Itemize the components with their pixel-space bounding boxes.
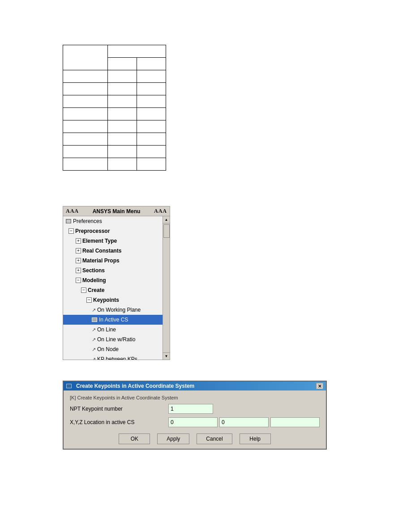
help-button[interactable]: Help [240, 433, 271, 444]
menu-item-label: Real Constants [82, 247, 121, 255]
table-cell [63, 146, 108, 158]
menu-item-label: Create [88, 286, 104, 294]
dialog-xyz-row: X,Y,Z Location in active CS [70, 417, 320, 427]
menu-item-label: Preferences [73, 217, 102, 225]
menu-header: AAA ANSYS Main Menu AAA [63, 206, 170, 216]
grid-table-section [63, 45, 166, 171]
table-cell [137, 108, 166, 120]
menu-item-label: On Working Plane [97, 306, 141, 314]
menu-item-kp-between-kps[interactable]: ↗ KP between KPs [63, 354, 170, 360]
table-cell [108, 58, 137, 70]
table-cell [63, 120, 108, 133]
table-cell [108, 45, 166, 58]
data-table [63, 45, 166, 171]
table-cell [108, 95, 137, 108]
table-cell [137, 120, 166, 133]
table-cell [63, 45, 108, 70]
table-cell [137, 83, 166, 95]
dialog-title-text: Create Keypoints in Active Coordinate Sy… [76, 383, 194, 389]
menu-item-on-line[interactable]: ↗ On Line [63, 325, 170, 335]
menu-item-create[interactable]: − Create [63, 285, 170, 295]
menu-item-preprocessor[interactable]: − Preprocessor [63, 226, 170, 236]
expand-icon: + [76, 248, 81, 253]
collapse-icon: − [68, 228, 74, 234]
arrow-icon: ↗ [92, 356, 96, 360]
table-cell [63, 133, 108, 146]
table-cell [108, 70, 137, 83]
menu-item-label: On Line [97, 326, 116, 334]
menu-scrollbar[interactable]: ▲ ▼ [163, 216, 170, 360]
collapse-icon: − [81, 287, 86, 293]
menu-item-preferences[interactable]: Preferences [63, 216, 170, 226]
y-input[interactable] [219, 417, 269, 427]
table-cell [137, 146, 166, 158]
menu-item-on-working-plane[interactable]: ↗ On Working Plane [63, 305, 170, 315]
table-cell [108, 83, 137, 95]
table-cell [108, 108, 137, 120]
menu-item-label: On Node [97, 345, 119, 353]
expand-icon: + [76, 258, 81, 263]
xyz-label: X,Y,Z Location in active CS [70, 419, 168, 425]
arrow-icon: ↗ [92, 306, 96, 314]
menu-item-in-active-cs[interactable]: In Active CS [63, 315, 170, 325]
collapse-icon: − [86, 297, 92, 303]
menu-title: ANSYS Main Menu [93, 208, 141, 215]
arrow-icon: ↗ [92, 336, 96, 343]
table-cell [108, 146, 137, 158]
menu-item-label: Material Props [82, 257, 120, 265]
table-cell [63, 108, 108, 120]
dialog-cmd-label: [K] Create Keypoints in Active Coordinat… [70, 395, 320, 400]
menu-item-element-type[interactable]: + Element Type [63, 236, 170, 246]
scrollbar-up-button[interactable]: ▲ [163, 216, 170, 223]
menu-item-on-node[interactable]: ↗ On Node [63, 344, 170, 354]
menu-header-left-aaa: AAA [66, 208, 79, 215]
dialog-titlebar: Create Keypoints in Active Coordinate Sy… [64, 382, 326, 390]
apply-button[interactable]: Apply [157, 433, 189, 444]
table-cell [63, 95, 108, 108]
menu-item-modeling[interactable]: − Modeling [63, 275, 170, 285]
table-cell [108, 133, 137, 146]
dialog-body: [K] Create Keypoints in Active Coordinat… [64, 390, 326, 449]
menu-item-label: In Active CS [99, 316, 128, 324]
menu-item-material-props[interactable]: + Material Props [63, 256, 170, 266]
expand-icon: + [76, 268, 81, 273]
table-cell [137, 70, 166, 83]
menu-item-label: Element Type [82, 237, 117, 245]
menu-item-on-line-w-ratio[interactable]: ↗ On Line w/Ratio [63, 335, 170, 344]
table-cell [63, 70, 108, 83]
menu-item-label: On Line w/Ratio [97, 335, 135, 343]
menu-header-right-aaa: AAA [154, 208, 167, 215]
menu-body: Preferences − Preprocessor + Element Typ… [63, 216, 170, 360]
dialog-close-button[interactable]: ✕ [316, 383, 323, 389]
dialog-buttons: OK Apply Cancel Help [70, 433, 320, 444]
table-cell [63, 83, 108, 95]
table-cell [137, 133, 166, 146]
menu-item-label: Keypoints [93, 296, 119, 304]
menu-item-sections[interactable]: + Sections [63, 266, 170, 275]
expand-icon: + [76, 238, 81, 244]
dialog-npt-row: NPT Keypoint number [70, 404, 320, 414]
table-cell [63, 158, 108, 171]
menu-item-label: Preprocessor [75, 227, 110, 235]
menu-item-label: KP between KPs [97, 355, 137, 360]
create-keypoints-dialog: Create Keypoints in Active Coordinate Sy… [63, 381, 327, 450]
menu-item-label: Modeling [82, 276, 106, 284]
table-cell [137, 58, 166, 70]
menu-item-real-constants[interactable]: + Real Constants [63, 246, 170, 256]
table-cell [108, 120, 137, 133]
scrollbar-down-button[interactable]: ▼ [163, 352, 170, 360]
scrollbar-thumb[interactable] [163, 224, 170, 238]
dialog-title-icon [66, 384, 72, 388]
grid-icon [92, 317, 97, 322]
cancel-button[interactable]: Cancel [197, 433, 232, 444]
table-cell [137, 158, 166, 171]
menu-item-keypoints[interactable]: − Keypoints [63, 295, 170, 305]
grid-icon [66, 219, 71, 223]
menu-item-label: Sections [82, 266, 105, 275]
scrollbar-track [163, 223, 170, 352]
x-input[interactable] [168, 417, 218, 427]
ok-button[interactable]: OK [119, 433, 150, 444]
table-cell [108, 158, 137, 171]
z-input[interactable] [270, 417, 320, 427]
npt-input[interactable] [168, 404, 213, 414]
